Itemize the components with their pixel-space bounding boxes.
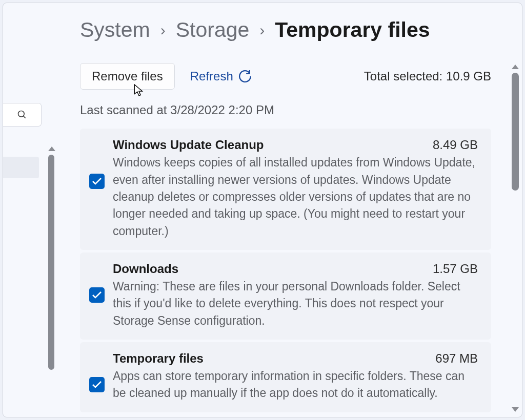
- checkbox[interactable]: [89, 377, 105, 392]
- item-description: Apps can store temporary information in …: [113, 368, 478, 402]
- checkbox[interactable]: [89, 174, 105, 189]
- total-selected: Total selected: 10.9 GB: [364, 69, 491, 83]
- remove-files-label: Remove files: [92, 69, 163, 83]
- list-item[interactable]: Downloads 1.57 GB Warning: These are fil…: [80, 253, 491, 340]
- list-item[interactable]: Windows Update Cleanup 8.49 GB Windows k…: [80, 129, 491, 250]
- item-title: Temporary files: [113, 351, 204, 366]
- content-panel: System › Storage › Temporary files Remov…: [46, 3, 522, 417]
- chevron-right-icon: ›: [259, 21, 265, 39]
- search-icon: [17, 110, 27, 120]
- breadcrumb-current: Temporary files: [275, 17, 430, 43]
- item-title: Downloads: [113, 262, 178, 276]
- remove-files-button[interactable]: Remove files: [80, 63, 175, 90]
- item-description: Windows keeps copies of all installed up…: [113, 154, 478, 240]
- item-description: Warning: These are files in your persona…: [113, 278, 478, 329]
- breadcrumb-system[interactable]: System: [80, 17, 150, 43]
- temp-files-list: Windows Update Cleanup 8.49 GB Windows k…: [80, 129, 491, 412]
- svg-line-1: [24, 116, 26, 118]
- refresh-button[interactable]: Refresh: [190, 69, 252, 83]
- scroll-thumb[interactable]: [512, 73, 519, 191]
- item-size: 8.49 GB: [433, 138, 478, 152]
- check-icon: [92, 177, 102, 185]
- sidebar: [3, 3, 46, 417]
- breadcrumb: System › Storage › Temporary files: [80, 17, 491, 43]
- svg-point-0: [18, 111, 25, 117]
- item-title: Windows Update Cleanup: [113, 138, 264, 152]
- item-body: Downloads 1.57 GB Warning: These are fil…: [113, 262, 478, 329]
- last-scanned-text: Last scanned at 3/28/2022 2:20 PM: [80, 103, 491, 117]
- list-item[interactable]: Temporary files 697 MB Apps can store te…: [80, 342, 491, 412]
- cursor-icon: [134, 84, 145, 97]
- item-size: 697 MB: [435, 351, 478, 366]
- main-scrollbar[interactable]: [512, 65, 519, 412]
- check-icon: [92, 381, 102, 389]
- total-selected-label: Total selected:: [364, 69, 446, 83]
- actions-row: Remove files Refresh Total selected: 10.…: [80, 63, 491, 90]
- search-button[interactable]: [3, 103, 42, 127]
- item-header: Downloads 1.57 GB: [113, 262, 478, 276]
- sidebar-item-active[interactable]: [3, 157, 39, 178]
- refresh-icon: [238, 70, 252, 83]
- scroll-down-icon[interactable]: [512, 407, 519, 412]
- item-header: Temporary files 697 MB: [113, 351, 478, 366]
- checkbox[interactable]: [89, 287, 105, 303]
- item-header: Windows Update Cleanup 8.49 GB: [113, 138, 478, 152]
- chevron-right-icon: ›: [160, 21, 166, 39]
- item-body: Windows Update Cleanup 8.49 GB Windows k…: [113, 138, 478, 240]
- total-selected-value: 10.9 GB: [446, 69, 491, 83]
- item-body: Temporary files 697 MB Apps can store te…: [113, 351, 478, 402]
- main-area: System › Storage › Temporary files Remov…: [3, 3, 522, 417]
- breadcrumb-storage[interactable]: Storage: [176, 17, 250, 43]
- item-size: 1.57 GB: [433, 262, 478, 276]
- refresh-label: Refresh: [190, 69, 233, 83]
- scroll-up-icon[interactable]: [512, 65, 519, 69]
- settings-window: System › Storage › Temporary files Remov…: [3, 3, 522, 417]
- check-icon: [92, 291, 102, 299]
